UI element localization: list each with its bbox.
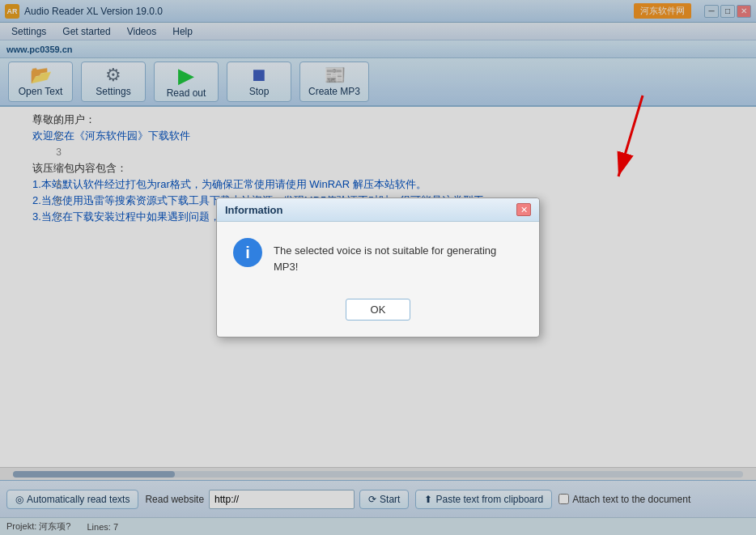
modal-footer: OK (217, 291, 539, 337)
information-dialog: Information ✕ i The selected voice is no… (216, 197, 540, 338)
modal-close-button[interactable]: ✕ (516, 203, 531, 216)
info-icon: i (233, 238, 262, 267)
modal-title: Information (225, 204, 283, 216)
modal-title-bar: Information ✕ (217, 198, 539, 222)
modal-message: The selected voice is not suitable for g… (274, 238, 523, 274)
modal-body: i The selected voice is not suitable for… (217, 222, 539, 291)
modal-overlay: Information ✕ i The selected voice is no… (0, 0, 756, 535)
modal-ok-button[interactable]: OK (346, 299, 411, 321)
